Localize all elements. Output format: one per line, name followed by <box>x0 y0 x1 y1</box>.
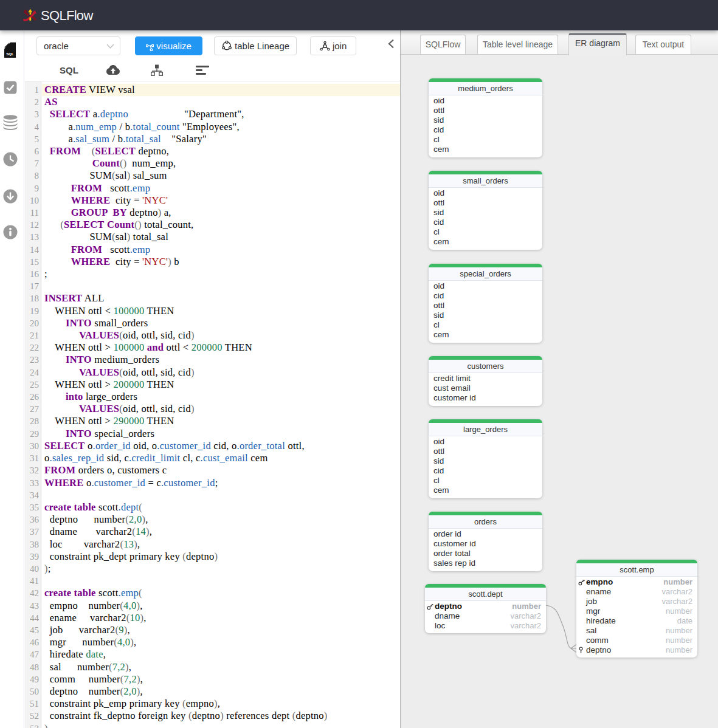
svg-text:SQL: SQL <box>6 52 14 56</box>
